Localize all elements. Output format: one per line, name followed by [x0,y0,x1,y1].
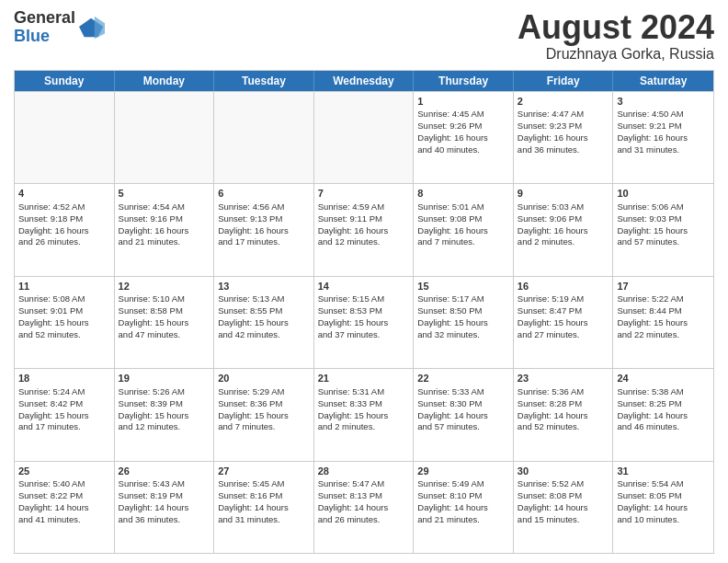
cell-line: Daylight: 16 hours [18,225,110,237]
day-number: 2 [518,95,609,109]
cell-line: Sunset: 8:44 PM [617,305,710,317]
cell-line: and 10 minutes. [617,514,710,526]
week-1: 1Sunrise: 4:45 AMSunset: 9:26 PMDaylight… [15,91,713,183]
cell-w1-d3 [314,92,415,183]
calendar-body: 1Sunrise: 4:45 AMSunset: 9:26 PMDaylight… [15,91,713,553]
cell-line: Sunset: 9:21 PM [617,121,710,132]
cell-w3-d3: 14Sunrise: 5:15 AMSunset: 8:53 PMDayligh… [314,277,415,368]
cell-line: Sunrise: 4:45 AM [417,109,509,121]
cell-line: Sunrise: 5:01 AM [417,201,509,213]
header: General Blue August 2024 Druzhnaya Gorka… [14,9,714,63]
calendar-header-row: Sunday Monday Tuesday Wednesday Thursday… [15,71,713,91]
day-number: 16 [518,280,609,293]
subtitle: Druzhnaya Gorka, Russia [518,46,714,63]
cell-w2-d5: 9Sunrise: 5:03 AMSunset: 9:06 PMDaylight… [514,184,614,275]
cell-w4-d6: 24Sunrise: 5:38 AMSunset: 8:25 PMDayligh… [613,369,713,460]
day-number: 23 [518,372,609,385]
day-number: 4 [18,187,110,201]
cell-w3-d6: 17Sunrise: 5:22 AMSunset: 8:44 PMDayligh… [613,277,713,368]
cell-line: Sunset: 9:01 PM [18,305,110,317]
day-number: 3 [617,95,710,109]
cell-line: Sunrise: 5:26 AM [119,386,210,398]
cell-line: and 15 minutes. [518,514,609,526]
cell-line: Sunrise: 5:45 AM [218,478,310,490]
cell-line: Daylight: 15 hours [417,317,509,329]
cell-line: Daylight: 14 hours [617,410,710,422]
cell-line: Sunrise: 5:49 AM [417,478,509,490]
day-number: 24 [617,372,710,385]
calendar: Sunday Monday Tuesday Wednesday Thursday… [14,70,714,554]
day-number: 17 [617,280,710,293]
cell-line: Daylight: 14 hours [518,502,609,514]
day-number: 22 [417,372,509,385]
cell-line: Daylight: 15 hours [18,317,110,329]
cell-line: and 26 minutes. [18,236,110,248]
cell-line: Daylight: 16 hours [518,132,609,144]
cell-line: Daylight: 15 hours [518,317,609,329]
cell-line: Daylight: 15 hours [318,410,410,422]
day-number: 15 [417,280,509,293]
week-5: 25Sunrise: 5:40 AMSunset: 8:22 PMDayligh… [15,461,713,553]
cell-w4-d0: 18Sunrise: 5:24 AMSunset: 8:42 PMDayligh… [15,369,115,460]
cell-line: Sunrise: 5:31 AM [318,386,410,398]
cell-w3-d5: 16Sunrise: 5:19 AMSunset: 8:47 PMDayligh… [514,277,614,368]
cell-line: and 37 minutes. [318,329,410,341]
cell-w2-d3: 7Sunrise: 4:59 AMSunset: 9:11 PMDaylight… [314,184,415,275]
cell-w4-d5: 23Sunrise: 5:36 AMSunset: 8:28 PMDayligh… [514,369,614,460]
cell-line: and 57 minutes. [417,421,509,433]
day-number: 6 [218,187,310,201]
cell-line: Sunrise: 5:38 AM [617,386,710,398]
cell-line: Sunset: 8:28 PM [518,398,609,410]
cell-line: Sunrise: 5:22 AM [617,293,710,305]
cell-line: Sunset: 8:08 PM [518,490,609,502]
cell-w5-d0: 25Sunrise: 5:40 AMSunset: 8:22 PMDayligh… [15,462,115,553]
cell-line: Daylight: 16 hours [218,225,310,237]
cell-line: and 2 minutes. [318,421,410,433]
cell-line: Sunset: 8:55 PM [218,305,310,317]
day-number: 13 [218,280,310,293]
day-number: 28 [318,465,410,478]
cell-line: Sunrise: 5:47 AM [318,478,410,490]
header-wednesday: Wednesday [314,71,415,91]
cell-w2-d1: 5Sunrise: 4:54 AMSunset: 9:16 PMDaylight… [115,184,215,275]
cell-line: Sunset: 9:11 PM [318,213,410,225]
cell-line: Sunset: 9:23 PM [518,121,609,132]
day-number: 12 [119,280,210,293]
cell-w1-d4: 1Sunrise: 4:45 AMSunset: 9:26 PMDaylight… [414,92,514,183]
cell-w5-d5: 30Sunrise: 5:52 AMSunset: 8:08 PMDayligh… [514,462,614,553]
header-monday: Monday [115,71,215,91]
cell-line: Sunrise: 4:59 AM [318,201,410,213]
cell-line: and 47 minutes. [119,329,210,341]
cell-line: Sunrise: 5:40 AM [18,478,110,490]
cell-line: Sunrise: 5:03 AM [518,201,609,213]
cell-line: Sunrise: 5:43 AM [119,478,210,490]
cell-line: Daylight: 16 hours [318,225,410,237]
main-title: August 2024 [518,9,714,46]
cell-line: Sunset: 8:53 PM [318,305,410,317]
day-number: 20 [218,372,310,385]
cell-line: and 31 minutes. [617,144,710,156]
cell-line: Sunset: 8:36 PM [218,398,310,410]
day-number: 5 [119,187,210,201]
cell-line: Sunset: 8:10 PM [417,490,509,502]
cell-line: Sunrise: 4:47 AM [518,109,609,121]
cell-w4-d4: 22Sunrise: 5:33 AMSunset: 8:30 PMDayligh… [414,369,514,460]
cell-line: Sunrise: 4:56 AM [218,201,310,213]
cell-line: Sunrise: 5:10 AM [119,293,210,305]
cell-line: Daylight: 15 hours [617,317,710,329]
cell-line: Sunset: 9:26 PM [417,121,509,132]
cell-line: Sunrise: 5:36 AM [518,386,609,398]
cell-line: Sunset: 8:30 PM [417,398,509,410]
day-number: 11 [18,280,110,293]
cell-line: Daylight: 14 hours [318,502,410,514]
logo-icon [79,15,105,40]
cell-line: Daylight: 14 hours [417,410,509,422]
svg-marker-1 [95,17,105,39]
cell-line: and 21 minutes. [417,514,509,526]
cell-line: Daylight: 14 hours [617,502,710,514]
cell-line: Sunrise: 5:19 AM [518,293,609,305]
cell-line: Daylight: 14 hours [18,502,110,514]
cell-w5-d4: 29Sunrise: 5:49 AMSunset: 8:10 PMDayligh… [414,462,514,553]
cell-line: Sunset: 8:58 PM [119,305,210,317]
cell-line: and 2 minutes. [518,236,609,248]
